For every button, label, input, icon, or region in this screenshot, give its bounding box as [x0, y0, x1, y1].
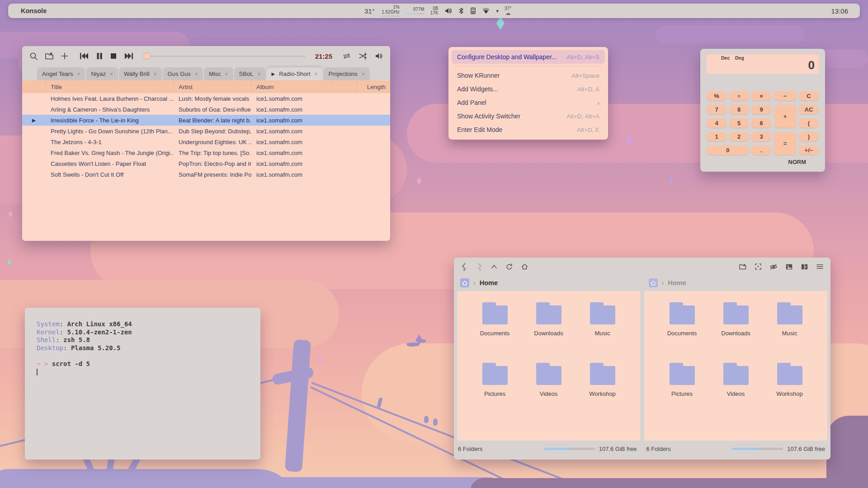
folder-music[interactable]: Music: [576, 301, 629, 351]
minus-button[interactable]: −: [774, 91, 797, 101]
digit-1-button[interactable]: 1: [707, 132, 726, 141]
folder-pictures[interactable]: Pictures: [655, 361, 709, 411]
track-row[interactable]: Soft Swells - Don't Cut It OffSomaFM pre…: [22, 169, 390, 180]
up-icon[interactable]: [491, 263, 498, 270]
volume-icon[interactable]: [374, 52, 383, 60]
menu-item-add-widgets[interactable]: Add Widgets...Alt+D, A: [452, 82, 605, 96]
tab-gus-gus[interactable]: Gus Gus×: [163, 67, 203, 80]
folder-workshop[interactable]: Workshop: [763, 361, 816, 411]
digit-5-button[interactable]: 5: [729, 118, 749, 128]
new-folder-icon[interactable]: [739, 263, 747, 270]
media-device-icon[interactable]: [470, 7, 476, 14]
folder-downloads[interactable]: Downloads: [522, 301, 576, 351]
tab-angel-tears[interactable]: Angel Tears×: [37, 67, 85, 80]
folder-downloads[interactable]: Downloads: [709, 301, 763, 351]
track-row[interactable]: The Jetzons - 4-3-1Underground Eighties:…: [22, 136, 390, 147]
previous-track-icon[interactable]: [79, 52, 89, 60]
folder-music[interactable]: Music: [763, 301, 816, 351]
breadcrumb-right[interactable]: › Home: [642, 276, 831, 290]
track-row[interactable]: Cassettes Won't Listen - Paper FloatPopT…: [22, 158, 390, 169]
network-monitor[interactable]: 0B 17K: [430, 6, 439, 16]
digit-0-button[interactable]: 0: [707, 145, 749, 155]
close-icon[interactable]: ×: [225, 71, 228, 77]
breadcrumb-home-label[interactable]: Home: [480, 279, 498, 286]
column-header-artist[interactable]: Artist: [174, 80, 251, 93]
close-icon[interactable]: ×: [110, 71, 113, 77]
tab-projections[interactable]: Projections×: [324, 67, 370, 80]
equals-button[interactable]: =: [774, 132, 797, 155]
split-view-icon[interactable]: [801, 263, 808, 270]
menu-item-show-krunner[interactable]: Show KRunnerAlt+Space: [452, 69, 605, 82]
pause-icon[interactable]: [96, 52, 103, 60]
terminal-window[interactable]: System: Arch Linux x86_64 Kernel: 5.10.4…: [25, 308, 260, 460]
menu-item-show-activity-switcher[interactable]: Show Activity SwitcherAlt+D, Alt+A: [452, 109, 605, 123]
menu-icon[interactable]: [816, 263, 824, 270]
column-header-blank[interactable]: [331, 80, 357, 93]
tab-sbol[interactable]: SBoL×: [234, 67, 266, 80]
wifi-icon[interactable]: [482, 8, 490, 14]
select-mode-icon[interactable]: [755, 263, 762, 270]
next-track-icon[interactable]: [124, 52, 134, 60]
back-icon[interactable]: [461, 263, 468, 271]
digit-3-button[interactable]: 3: [751, 132, 771, 141]
plus-button[interactable]: +: [774, 105, 797, 128]
places-home-icon[interactable]: [649, 278, 658, 287]
menu-item-configure-desktop[interactable]: Configure Desktop and Wallpaper...Alt+D,…: [452, 50, 605, 64]
track-row[interactable]: Fred Baker Vs. Greg Nash - The Jungle (O…: [22, 147, 390, 158]
clear-button[interactable]: C: [799, 91, 819, 101]
digit-2-button[interactable]: 2: [729, 132, 749, 141]
track-row-selected[interactable]: ▶ Irresistible Force - The Lie-in KingBe…: [22, 115, 390, 126]
track-row[interactable]: Pretty Lights - Go Down Sunshine (12th P…: [22, 126, 390, 136]
digit-9-button[interactable]: 9: [751, 105, 771, 114]
folder-pictures[interactable]: Pictures: [468, 361, 522, 411]
close-icon[interactable]: ×: [315, 71, 318, 77]
multiply-button[interactable]: ×: [751, 91, 771, 101]
refresh-icon[interactable]: [505, 263, 513, 271]
column-header-album[interactable]: Album: [251, 80, 331, 93]
digit-4-button[interactable]: 4: [707, 118, 726, 128]
folder-workshop[interactable]: Workshop: [576, 361, 629, 411]
close-icon[interactable]: ×: [77, 71, 80, 77]
bluetooth-icon[interactable]: [458, 7, 464, 14]
close-icon[interactable]: ×: [154, 71, 157, 77]
menu-item-enter-edit-mode[interactable]: Enter Edit ModeAlt+D, E: [452, 123, 605, 136]
close-icon[interactable]: ×: [362, 71, 365, 77]
places-home-icon[interactable]: [460, 278, 469, 287]
close-paren-button[interactable]: ): [799, 132, 819, 141]
tray-expander-icon[interactable]: ▾: [496, 8, 499, 14]
column-header-title[interactable]: Title: [46, 80, 174, 93]
folder-videos[interactable]: Videos: [522, 361, 576, 411]
tab-wally-brill[interactable]: Wally Brill×: [119, 67, 162, 80]
tab-radio-short[interactable]: ▶Radio-Short×: [266, 67, 322, 80]
track-row[interactable]: Holmes Ives Feat. Laura Burhenn - Charco…: [22, 93, 390, 104]
cpu-temp-label[interactable]: 31°: [364, 7, 375, 15]
decimal-button[interactable]: .: [751, 145, 771, 155]
hidden-files-icon[interactable]: [769, 263, 778, 270]
breadcrumb-left[interactable]: › Home: [454, 276, 642, 290]
tab-misc[interactable]: Misc×: [204, 67, 233, 80]
preview-icon[interactable]: [785, 263, 793, 270]
track-row[interactable]: Arling & Cameron - Shiva's DaughtersSubu…: [22, 104, 390, 115]
tab-niyaz[interactable]: Niyaz×: [86, 67, 118, 80]
column-header-length[interactable]: Length: [357, 80, 390, 93]
breadcrumb-home-label[interactable]: Home: [668, 279, 686, 286]
open-folder-icon[interactable]: [45, 52, 54, 60]
folder-documents[interactable]: Documents: [655, 301, 709, 351]
sign-button[interactable]: +/−: [799, 145, 819, 155]
divide-button[interactable]: ÷: [729, 91, 749, 101]
clock[interactable]: 13:06: [831, 7, 848, 15]
digit-7-button[interactable]: 7: [707, 105, 726, 114]
volume-icon[interactable]: [444, 7, 452, 15]
all-clear-button[interactable]: AC: [799, 105, 819, 114]
seek-handle[interactable]: [143, 52, 151, 60]
forward-icon[interactable]: [476, 263, 483, 271]
percent-button[interactable]: %: [707, 91, 726, 101]
search-icon[interactable]: [29, 52, 38, 61]
menu-item-add-panel[interactable]: Add Panel›: [452, 96, 605, 109]
shuffle-icon[interactable]: [359, 52, 368, 60]
open-paren-button[interactable]: (: [799, 118, 819, 128]
home-icon[interactable]: [521, 263, 528, 270]
stop-icon[interactable]: [110, 52, 117, 60]
folder-documents[interactable]: Documents: [468, 301, 522, 351]
close-icon[interactable]: ×: [195, 71, 198, 77]
